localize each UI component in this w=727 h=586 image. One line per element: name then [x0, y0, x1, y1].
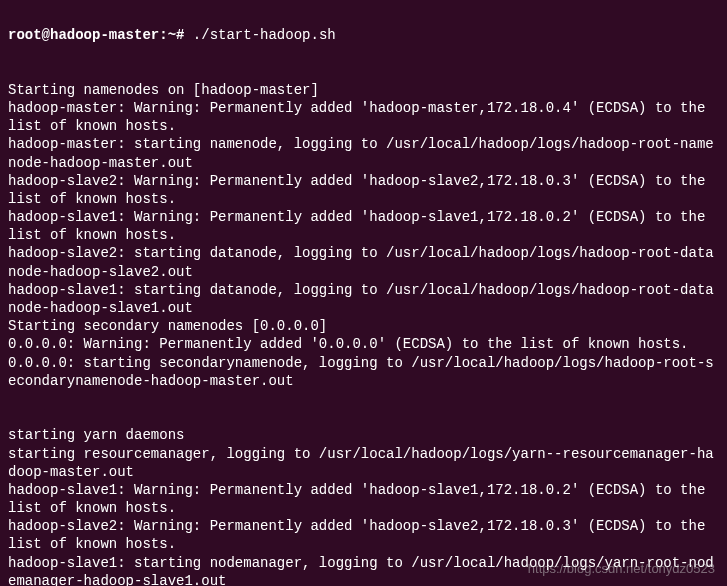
watermark-text: https://blog.csdn.net/tonydz0523 — [528, 561, 715, 578]
output-line: 0.0.0.0: Warning: Permanently added '0.0… — [8, 336, 689, 352]
output-line: starting resourcemanager, logging to /us… — [8, 446, 714, 480]
output-line: hadoop-master: starting namenode, loggin… — [8, 136, 714, 170]
output-line: hadoop-slave2: starting datanode, loggin… — [8, 245, 714, 279]
output-line: Starting secondary namenodes [0.0.0.0] — [8, 318, 327, 334]
output-line: hadoop-slave1: starting datanode, loggin… — [8, 282, 714, 316]
command-text: ./start-hadoop.sh — [193, 27, 336, 43]
prompt-path: ~ — [168, 27, 176, 43]
prompt-symbol: # — [176, 27, 184, 43]
output-line: 0.0.0.0: starting secondarynamenode, log… — [8, 355, 714, 389]
output-line: hadoop-slave2: Warning: Permanently adde… — [8, 173, 714, 207]
output-line: Starting namenodes on [hadoop-master] — [8, 82, 319, 98]
output-line: hadoop-master: Warning: Permanently adde… — [8, 100, 714, 134]
output-line: starting yarn daemons — [8, 427, 184, 443]
shell-prompt: root@hadoop-master:~# — [8, 27, 184, 43]
output-line: hadoop-slave2: Warning: Permanently adde… — [8, 518, 714, 552]
output-line: hadoop-slave1: Warning: Permanently adde… — [8, 482, 714, 516]
terminal-output[interactable]: root@hadoop-master:~# ./start-hadoop.sh … — [8, 8, 719, 586]
output-line: hadoop-slave1: Warning: Permanently adde… — [8, 209, 714, 243]
prompt-user: root@hadoop-master — [8, 27, 159, 43]
